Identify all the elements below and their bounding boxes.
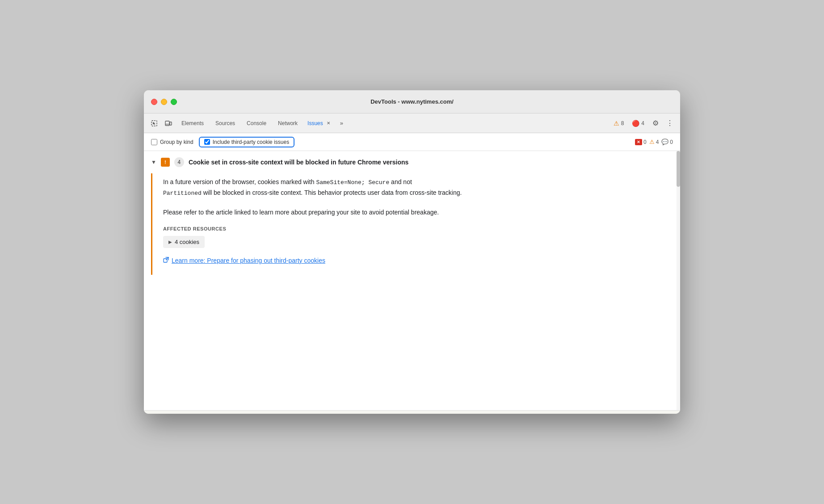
include-third-party-label[interactable]: Include third-party cookie issues — [199, 137, 294, 147]
toolbar: Elements Sources Console Network Issues … — [144, 113, 680, 133]
devtools-window: DevTools - www.nytimes.com/ Elements Sou… — [144, 90, 680, 414]
error-x-icon: ✕ — [635, 139, 642, 145]
group-by-kind-checkbox[interactable] — [151, 139, 157, 145]
issue-body: In a future version of the browser, cook… — [151, 173, 680, 275]
include-third-party-checkbox[interactable] — [204, 139, 210, 145]
issue-title: Cookie set in cross-site context will be… — [189, 159, 408, 166]
cookies-arrow-icon: ▶ — [168, 239, 172, 244]
learn-more-link[interactable]: Learn more: Prepare for phasing out thir… — [163, 257, 669, 264]
svg-rect-2 — [170, 122, 172, 125]
issue-section: ▼ ! 4 Cookie set in cross-site context w… — [144, 151, 680, 275]
error-count: 4 — [641, 120, 644, 126]
warning-badge-count: 4 — [656, 139, 659, 145]
include-third-party-text: Include third-party cookie issues — [213, 139, 289, 145]
error-icon: 🔴 — [632, 120, 639, 127]
scrollbar-track[interactable] — [677, 151, 680, 410]
traffic-lights — [151, 99, 177, 105]
affected-resources-label: AFFECTED RESOURCES — [163, 226, 669, 231]
tab-elements[interactable]: Elements — [176, 118, 209, 129]
device-icon — [165, 120, 172, 127]
tab-issues-close[interactable]: ✕ — [325, 120, 332, 127]
desc-text-1: In a future version of the browser, cook… — [163, 178, 316, 185]
tab-network[interactable]: Network — [273, 118, 303, 129]
error-badge-count: 0 — [643, 139, 647, 145]
info-bubble-icon: 💬 — [661, 139, 668, 145]
info-badge-count: 0 — [670, 139, 673, 145]
warning-icon: ⚠ — [614, 120, 619, 127]
more-tabs-button[interactable]: » — [336, 118, 347, 128]
filter-bar: Group by kind Include third-party cookie… — [144, 133, 680, 151]
count-badges: ✕ 0 ⚠ 4 💬 0 — [635, 139, 673, 145]
settings-button[interactable]: ⚙ — [649, 117, 662, 130]
desc-text-2: and not — [389, 178, 412, 185]
svg-rect-1 — [165, 121, 169, 126]
warning-count: 8 — [621, 120, 624, 126]
collapse-arrow-icon[interactable]: ▼ — [151, 159, 156, 165]
warning-triangle-icon: ⚠ — [649, 139, 655, 145]
more-menu-button[interactable]: ⋮ — [663, 117, 677, 130]
issue-count-badge: 4 — [174, 157, 184, 167]
close-button[interactable] — [151, 99, 157, 105]
error-badge: ✕ 0 — [635, 139, 647, 145]
tab-issues-label: Issues — [307, 120, 323, 126]
desc-text-3: will be blocked in cross-site context. T… — [202, 189, 462, 196]
cursor-tool-button[interactable] — [147, 117, 161, 130]
tab-sources[interactable]: Sources — [210, 118, 240, 129]
info-badge: 💬 0 — [661, 139, 673, 145]
cursor-icon — [151, 120, 158, 127]
code-1: SameSite=None; Secure — [316, 179, 389, 186]
issue-header[interactable]: ▼ ! 4 Cookie set in cross-site context w… — [144, 151, 680, 173]
main-content: ▼ ! 4 Cookie set in cross-site context w… — [144, 151, 680, 410]
device-toolbar-button[interactable] — [162, 117, 175, 130]
warning-badge: ⚠ 4 — [649, 139, 659, 145]
cookies-count-text: 4 cookies — [175, 239, 199, 245]
learn-more-text: Learn more: Prepare for phasing out thir… — [172, 257, 325, 264]
tab-console[interactable]: Console — [241, 118, 272, 129]
maximize-button[interactable] — [171, 99, 177, 105]
code-2: Partitioned — [163, 190, 202, 197]
warning-count-button[interactable]: ⚠ 8 — [610, 118, 628, 129]
minimize-button[interactable] — [161, 99, 167, 105]
gear-icon: ⚙ — [652, 119, 659, 127]
error-count-button[interactable]: 🔴 4 — [628, 118, 648, 129]
window-title: DevTools - www.nytimes.com/ — [370, 98, 454, 105]
group-by-kind-text: Group by kind — [160, 139, 193, 145]
ellipsis-icon: ⋮ — [666, 119, 673, 127]
title-bar: DevTools - www.nytimes.com/ — [144, 90, 680, 113]
warning-badge-icon: ! — [161, 158, 170, 167]
tab-issues[interactable]: Issues ✕ — [304, 117, 336, 130]
bottom-bar — [144, 410, 680, 414]
scrollbar-thumb[interactable] — [677, 151, 680, 187]
issue-description-2: Please refer to the article linked to le… — [163, 207, 669, 217]
cookies-summary[interactable]: ▶ 4 cookies — [163, 236, 205, 248]
external-link-icon — [163, 257, 169, 264]
group-by-kind-label[interactable]: Group by kind — [151, 139, 193, 145]
issue-description-1: In a future version of the browser, cook… — [163, 177, 669, 198]
